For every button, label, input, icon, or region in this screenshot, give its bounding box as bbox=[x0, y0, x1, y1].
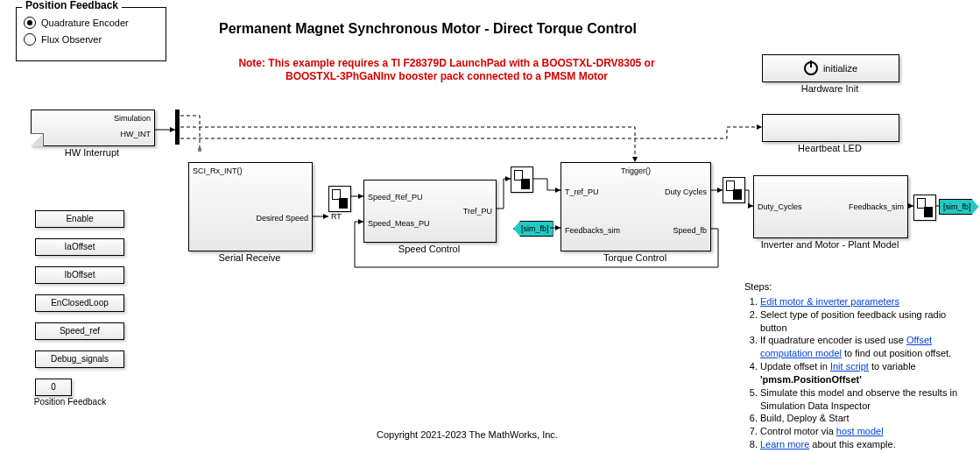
step-5: Simulate this model and observe the resu… bbox=[760, 386, 968, 413]
port-trigger: Trigger() bbox=[621, 166, 651, 175]
link-learn-more[interactable]: Learn more bbox=[760, 439, 809, 449]
panel-legend: Position Feedback bbox=[22, 0, 122, 11]
hw-interrupt-label: HW Interrupt bbox=[31, 147, 153, 158]
radio-flux-observer[interactable]: Flux Observer bbox=[24, 33, 159, 46]
radio-dot-icon bbox=[24, 33, 36, 46]
port-feedbacks-out: Feedbacks_sim bbox=[849, 202, 904, 211]
port-simulation: Simulation bbox=[114, 114, 151, 123]
ds-enable[interactable]: Enable bbox=[35, 210, 124, 228]
stub-icon bbox=[31, 133, 44, 146]
from-sim-fb[interactable]: [sim_fb] bbox=[513, 221, 553, 237]
rate-transition-4[interactable] bbox=[913, 195, 936, 221]
radio-quadrature-encoder[interactable]: Quadrature Encoder bbox=[24, 17, 159, 29]
step-3: If quadrature encoder is used use Offset… bbox=[760, 334, 968, 360]
step-2: Select type of position feedback using r… bbox=[760, 308, 968, 335]
inverter-motor-block[interactable]: Duty_Cycles Feedbacks_sim bbox=[753, 175, 908, 238]
power-icon bbox=[804, 61, 818, 75]
const-position-feedback-label: Position Feedback bbox=[18, 397, 123, 407]
serial-receive-label: Serial Receive bbox=[188, 252, 311, 263]
step-4: Update offset in Init script to variable… bbox=[760, 360, 968, 386]
port-hwint: HW_INT bbox=[121, 130, 152, 138]
port-feedbacks-sim: Feedbacks_sim bbox=[565, 226, 620, 235]
steps-header: Steps: bbox=[744, 280, 968, 294]
radio-dot-icon bbox=[24, 17, 36, 29]
model-title: Permanent Magnet Synchronous Motor - Dir… bbox=[219, 21, 637, 37]
ds-iboffset[interactable]: IbOffset bbox=[35, 266, 124, 284]
hw-interrupt-block[interactable]: Simulation HW_INT bbox=[31, 110, 155, 146]
radio-label: Quadrature Encoder bbox=[41, 18, 129, 28]
copyright-text: Copyright 2021-2023 The MathWorks, Inc. bbox=[377, 429, 558, 440]
link-init-script[interactable]: Init script bbox=[830, 361, 869, 372]
initialize-block[interactable]: initialize bbox=[762, 54, 899, 82]
demux-bar[interactable] bbox=[175, 110, 180, 145]
step-8: Learn more about this example. bbox=[760, 438, 968, 451]
port-duty-cycles: Duty Cycles bbox=[665, 188, 707, 196]
model-note: Note: This example requires a TI F28379D… bbox=[210, 57, 683, 83]
position-feedback-panel: Position Feedback Quadrature Encoder Flu… bbox=[16, 7, 166, 61]
ds-enclosedloop[interactable]: EnClosedLoop bbox=[35, 294, 124, 312]
speed-control-block[interactable]: Speed_Ref_PU Speed_Meas_PU Tref_PU bbox=[363, 180, 497, 243]
ds-iaoffset[interactable]: IaOffset bbox=[35, 238, 124, 256]
ds-speedref[interactable]: Speed_ref bbox=[35, 322, 124, 340]
rate-transition-2[interactable] bbox=[511, 166, 533, 193]
port-speed-ref: Speed_Ref_PU bbox=[368, 193, 423, 202]
torque-control-label: Torque Control bbox=[561, 252, 709, 263]
torque-control-block[interactable]: Trigger() T_ref_PU Feedbacks_sim Duty Cy… bbox=[561, 162, 711, 251]
serial-receive-block[interactable]: SCI_Rx_INT() Desired Speed bbox=[188, 162, 313, 251]
steps-panel: Steps: Edit motor & inverter parameters … bbox=[744, 280, 968, 451]
link-host-model[interactable]: host model bbox=[836, 426, 884, 436]
initialize-text: initialize bbox=[823, 63, 857, 74]
rt-label: RT bbox=[331, 212, 342, 221]
port-speed-fb: Speed_fb bbox=[673, 226, 707, 235]
rate-transition-3[interactable] bbox=[723, 177, 745, 203]
port-tref-in: T_ref_PU bbox=[565, 188, 599, 196]
inverter-motor-label: Inverter and Motor - Plant Model bbox=[744, 239, 915, 250]
link-edit-params[interactable]: Edit motor & inverter parameters bbox=[760, 296, 899, 307]
heartbeat-label: Heartbeat LED bbox=[762, 143, 898, 153]
svg-marker-3 bbox=[323, 214, 328, 219]
goto-sim-fb[interactable]: [sim_fb] bbox=[939, 199, 979, 215]
step-1: Edit motor & inverter parameters bbox=[760, 295, 968, 308]
speed-control-label: Speed Control bbox=[363, 244, 495, 254]
port-desired-speed: Desired Speed bbox=[256, 214, 308, 223]
radio-label: Flux Observer bbox=[41, 34, 102, 45]
port-fn: SCI_Rx_INT() bbox=[193, 166, 243, 175]
initialize-label: Hardware Init bbox=[762, 83, 898, 94]
port-speed-meas: Speed_Meas_PU bbox=[368, 219, 430, 228]
rate-transition-1[interactable] bbox=[328, 186, 351, 212]
ds-debugsignals[interactable]: Debug_signals bbox=[35, 350, 124, 368]
step-7: Control motor via host model bbox=[760, 425, 968, 438]
const-position-feedback[interactable]: 0 bbox=[35, 379, 72, 396]
step-6: Build, Deploy & Start bbox=[760, 412, 968, 425]
heartbeat-block[interactable] bbox=[762, 114, 899, 142]
port-tref: Tref_PU bbox=[463, 207, 492, 216]
port-duty-in: Duty_Cycles bbox=[758, 202, 802, 211]
